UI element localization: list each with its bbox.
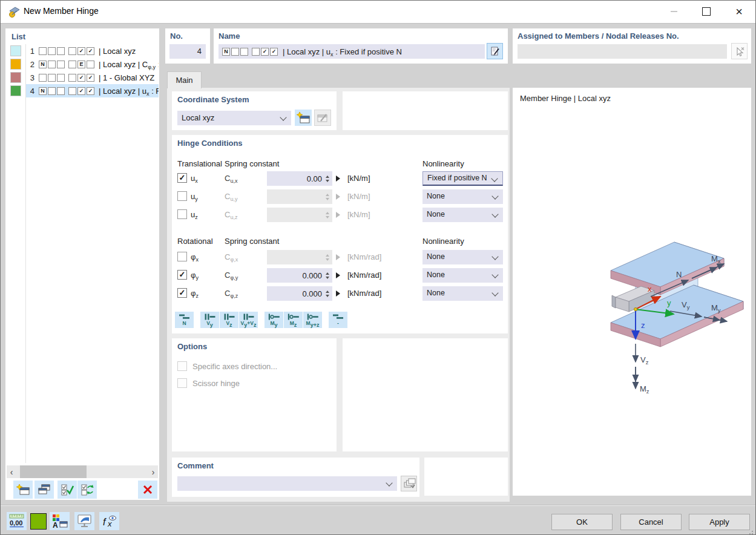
- coordinate-system-select[interactable]: Local xyz: [177, 111, 291, 125]
- name-release-flags: N✓✓: [222, 48, 279, 56]
- hinge-list-panel: List 1✓✓| Local xyz 2NE| Local xyz | Cφ,…: [5, 28, 159, 500]
- nonlinearity-select-phiz[interactable]: None: [422, 286, 503, 301]
- titlebar: New Member Hinge ×: [1, 1, 755, 24]
- expand-arrow[interactable]: [336, 290, 340, 297]
- display-properties-button[interactable]: A: [50, 512, 70, 530]
- nonlinearity-select-phix[interactable]: None: [422, 250, 503, 264]
- nonlinearity-select-uz[interactable]: None: [422, 208, 503, 222]
- nonlinearity-select-uy[interactable]: None: [422, 189, 503, 204]
- preset-hinge-none-button[interactable]: -: [329, 312, 347, 328]
- ok-button[interactable]: OK: [551, 514, 613, 530]
- preset-label: Vz: [226, 321, 232, 326]
- preset-hinge-Vz-button[interactable]: Vz: [220, 312, 238, 328]
- name-label: Name: [219, 31, 240, 41]
- close-button[interactable]: ×: [723, 1, 755, 22]
- new-hinge-button[interactable]: [13, 481, 33, 499]
- maximize-button[interactable]: [690, 1, 723, 22]
- spinner[interactable]: [324, 176, 330, 182]
- list-horizontal-scrollbar[interactable]: ‹ ›: [7, 465, 158, 478]
- minimize-button[interactable]: [657, 1, 690, 22]
- nonlinearity-select-ux[interactable]: Fixed if positive N: [422, 171, 503, 186]
- assigned-members-field[interactable]: [518, 44, 727, 59]
- close-icon: ×: [735, 5, 743, 18]
- decimal-places-button[interactable]: 0,00: [7, 512, 27, 530]
- axial-release-icon: [332, 313, 344, 320]
- preset-label: Vy+Vz: [241, 321, 257, 326]
- preset-hinge-My-button[interactable]: My: [265, 312, 283, 328]
- unit-label: [kNm/rad]: [347, 252, 381, 261]
- select-all-checks-button[interactable]: [58, 481, 77, 499]
- ux-checkbox[interactable]: ✓: [177, 173, 187, 183]
- minimize-icon: [671, 11, 677, 12]
- preview-title: Member Hinge | Local xyz: [520, 94, 611, 103]
- invert-checks-button[interactable]: [77, 481, 97, 499]
- hinge-number-field[interactable]: 4: [169, 44, 206, 59]
- phix-checkbox[interactable]: [177, 252, 187, 261]
- spinner: [324, 194, 330, 200]
- edit-coordinate-system-button[interactable]: [314, 110, 331, 126]
- spring-constant-input-uy[interactable]: [267, 189, 332, 204]
- preset-hinge-VyVz-button[interactable]: Vy+Vz: [239, 312, 258, 328]
- list-item-hinge-4-selected[interactable]: 4N✓✓| Local xyz | ux : Fixed: [5, 84, 159, 97]
- list-item-hinge-2[interactable]: 2NE| Local xyz | Cφ,y : 50: [5, 57, 159, 71]
- rendering-button[interactable]: [74, 512, 94, 530]
- preset-hinge-Vy-button[interactable]: Vy: [200, 312, 219, 328]
- spinner[interactable]: [324, 290, 330, 297]
- N-label: N: [676, 270, 682, 279]
- edit-name-button[interactable]: [487, 43, 503, 59]
- maximize-icon: [702, 7, 711, 16]
- release-flags: N✓✓: [39, 87, 96, 95]
- new-coordinate-system-button[interactable]: [295, 110, 312, 126]
- svg-text:x: x: [107, 519, 112, 528]
- comment-select[interactable]: [177, 476, 397, 491]
- specific-axes-direction-checkbox[interactable]: [177, 361, 187, 371]
- uz-checkbox[interactable]: [177, 209, 187, 219]
- chevron-down-icon: [491, 175, 498, 182]
- svg-text:0,00: 0,00: [10, 519, 22, 527]
- spring-constant-input-phiz[interactable]: 0.000: [267, 286, 332, 301]
- list-item-hinge-3[interactable]: 3✓✓| 1 - Global XYZ: [5, 71, 159, 84]
- item-number: 3: [28, 73, 35, 82]
- preset-hinge-N-button[interactable]: N: [175, 312, 194, 328]
- expand-arrow[interactable]: [336, 272, 340, 278]
- apply-button[interactable]: Apply: [689, 514, 750, 530]
- preset-hinge-Mz-button[interactable]: Mz: [284, 312, 303, 328]
- spring-constant-input-ux[interactable]: 0.00: [267, 171, 332, 186]
- spring-constant-input-phiy[interactable]: 0.000: [267, 268, 332, 283]
- tab-main[interactable]: Main: [167, 71, 202, 88]
- dof-label: uz: [191, 210, 198, 219]
- axis-y-label: y: [667, 298, 671, 307]
- list-item-hinge-1[interactable]: 1✓✓| Local xyz: [5, 44, 159, 57]
- assigned-panel: Assigned to Members / Nodal Releases No.: [513, 28, 751, 64]
- resize-grip[interactable]: [752, 531, 753, 532]
- expand-arrow[interactable]: [336, 176, 340, 182]
- delete-x-icon: [142, 484, 154, 496]
- cancel-button[interactable]: Cancel: [620, 514, 682, 530]
- preset-hinge-Myz-button[interactable]: My+z: [303, 312, 322, 328]
- item-label: | 1 - Global XYZ: [99, 73, 154, 82]
- spring-constant-input-uz[interactable]: [267, 208, 332, 222]
- hinge-name-input[interactable]: N✓✓ | Local xyz | ux : Fixed if positive…: [219, 44, 485, 59]
- chevron-down-icon: [491, 211, 498, 217]
- spinner[interactable]: [324, 272, 330, 279]
- specific-axes-direction-row: Specific axes direction...: [177, 361, 277, 371]
- phiy-checkbox[interactable]: ✓: [177, 270, 187, 280]
- hinge-color-swatch[interactable]: [30, 513, 47, 530]
- delete-hinge-button[interactable]: [138, 481, 157, 499]
- uy-checkbox[interactable]: [177, 191, 187, 201]
- check-icon: ✓: [179, 288, 186, 297]
- copy-comment-button[interactable]: [401, 476, 417, 491]
- nonlinearity-select-phiy[interactable]: None: [422, 268, 503, 283]
- chevron-down-icon: [491, 289, 498, 296]
- copy-hinge-button[interactable]: [35, 481, 54, 499]
- scroll-right-arrow[interactable]: ›: [148, 465, 158, 478]
- scroll-left-arrow[interactable]: ‹: [7, 465, 16, 478]
- scissor-hinge-checkbox[interactable]: [177, 378, 187, 388]
- phiz-checkbox[interactable]: ✓: [177, 288, 187, 298]
- pick-members-button[interactable]: [731, 43, 748, 59]
- spring-constant-input-phix[interactable]: [267, 250, 332, 264]
- formula-button[interactable]: f x: [99, 512, 119, 530]
- scrollbar-thumb[interactable]: [20, 465, 87, 478]
- preset-label: My: [270, 321, 277, 326]
- comment-group: Comment: [172, 458, 419, 497]
